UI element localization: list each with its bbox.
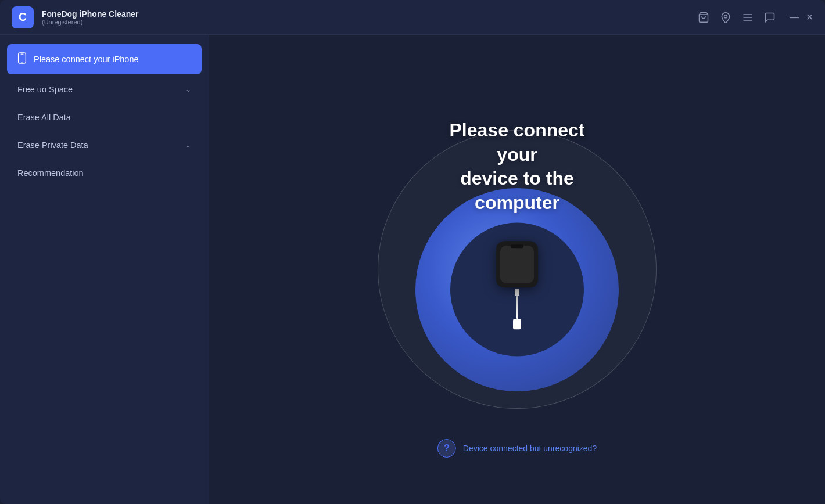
title-bar: C FoneDog iPhone Cleaner (Unregistered) [0,0,825,35]
sidebar-item-erase-private-data[interactable]: Erase Private Data ⌄ [7,132,202,158]
svg-point-7 [21,62,23,63]
sidebar-item-recommendation[interactable]: Recommendation [7,160,202,186]
sidebar-item-connect-iphone[interactable]: Please connect your iPhone [7,44,202,74]
connection-title-line1: Please connect your [450,120,585,165]
cable-line [516,296,518,319]
sidebar-item-label-free-space: Free uo Space [17,85,73,94]
pin-icon[interactable] [720,12,731,23]
help-section[interactable]: ? Device connected but unrecognized? [437,439,597,458]
menu-icon[interactable] [742,12,754,23]
sidebar-item-free-space[interactable]: Free uo Space ⌄ [7,77,202,102]
help-circle-icon: ? [437,439,456,458]
sidebar-item-left-2: Free uo Space [17,85,73,94]
cart-icon[interactable] [698,12,709,23]
app-window: C FoneDog iPhone Cleaner (Unregistered) [0,0,825,504]
phone-icon [17,52,27,66]
close-button[interactable]: ✕ [806,13,813,22]
app-logo: C [12,6,34,28]
iphone-body [496,241,538,287]
sidebar-item-label-erase-private: Erase Private Data [17,141,88,150]
svg-point-1 [724,15,727,17]
chevron-down-icon-free-space: ⌄ [185,85,191,93]
device-illustration [496,241,538,329]
connection-title: Please connect your device to the comput… [430,118,604,215]
sidebar-item-label-erase-all: Erase All Data [17,113,71,122]
connection-text: Please connect your device to the comput… [430,118,604,215]
connection-illustration: Please connect your device to the comput… [343,107,691,432]
sidebar-item-left-5: Recommendation [17,168,84,178]
app-title: FoneDog iPhone Cleaner (Unregistered) [42,9,138,26]
iphone-screen [500,246,534,283]
sidebar-item-left-3: Erase All Data [17,113,71,122]
app-subtitle: (Unregistered) [42,19,138,26]
connection-title-line2: device to the computer [460,168,574,213]
iphone-notch [511,244,523,248]
chat-icon[interactable] [764,12,776,23]
sidebar-item-erase-all-data[interactable]: Erase All Data [7,105,202,130]
cable-connector [515,289,519,296]
chevron-down-icon-private: ⌄ [185,141,191,149]
cable-tip [513,319,521,329]
sidebar-item-label-recommendation: Recommendation [17,168,84,178]
sidebar-item-left: Please connect your iPhone [17,52,139,66]
app-name: FoneDog iPhone Cleaner [42,9,138,19]
minimize-button[interactable]: — [790,13,799,22]
main-layout: Please connect your iPhone Free uo Space… [0,35,825,504]
sidebar: Please connect your iPhone Free uo Space… [0,35,209,504]
content-area: Please connect your device to the comput… [209,35,825,504]
help-text: Device connected but unrecognized? [463,444,597,453]
sidebar-item-left-4: Erase Private Data [17,141,88,150]
sidebar-item-label-connect: Please connect your iPhone [34,55,139,64]
title-bar-right: — ✕ [698,12,813,23]
title-bar-left: C FoneDog iPhone Cleaner (Unregistered) [12,6,138,28]
window-controls: — ✕ [790,13,813,22]
